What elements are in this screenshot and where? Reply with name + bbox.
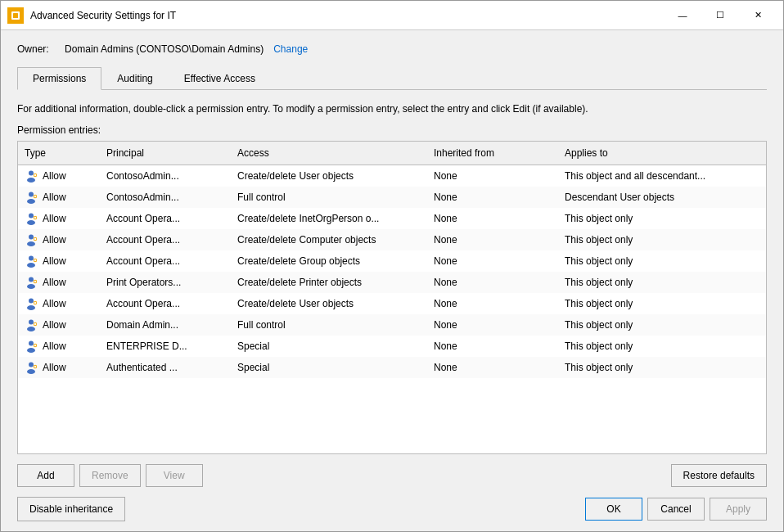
- table-row[interactable]: Allow ContosoAdmin... Full control None …: [18, 187, 766, 208]
- cell-applies: Descendant User objects: [558, 189, 766, 205]
- owner-change-link[interactable]: Change: [273, 43, 308, 55]
- add-button[interactable]: Add: [17, 464, 74, 487]
- minimize-button[interactable]: —: [664, 3, 701, 28]
- svg-point-16: [27, 241, 35, 246]
- owner-row: Owner: Domain Admins (CONTOSO\Domain Adm…: [17, 43, 767, 55]
- user-icon: [25, 339, 39, 354]
- svg-point-22: [34, 259, 37, 262]
- tab-effective-access[interactable]: Effective Access: [169, 67, 271, 90]
- table-row[interactable]: Allow Print Operators... Create/delete P…: [18, 272, 766, 293]
- user-icon: [25, 232, 39, 247]
- svg-point-26: [34, 281, 37, 283]
- maximize-button[interactable]: ☐: [701, 3, 739, 28]
- permission-entries-label: Permission entries:: [17, 124, 767, 136]
- window-controls: — ☐ ✕: [664, 3, 777, 28]
- cell-principal: ENTERPRISE D...: [100, 338, 231, 354]
- svg-point-28: [27, 305, 35, 310]
- cell-type: Allow: [18, 336, 100, 356]
- cell-type: Allow: [18, 230, 100, 250]
- svg-point-31: [29, 320, 34, 325]
- disable-inheritance-button[interactable]: Disable inheritance: [17, 497, 125, 521]
- cell-type: Allow: [18, 187, 100, 207]
- cell-access: Create/delete Printer objects: [231, 274, 427, 291]
- cell-applies: This object only: [558, 338, 766, 354]
- svg-point-18: [34, 238, 37, 241]
- table-row[interactable]: Allow Account Opera... Create/delete Com…: [18, 229, 766, 250]
- svg-point-32: [27, 327, 35, 331]
- table-row[interactable]: Allow Account Opera... Create/delete Ine…: [18, 208, 766, 229]
- cell-access: Full control: [231, 317, 427, 333]
- tab-auditing[interactable]: Auditing: [101, 67, 168, 90]
- remove-button[interactable]: Remove: [79, 464, 141, 487]
- window-title: Advanced Security Settings for IT: [30, 10, 664, 21]
- svg-point-4: [27, 178, 35, 183]
- table-row[interactable]: Allow ENTERPRISE D... Special None This …: [18, 336, 766, 357]
- cell-inherited: None: [427, 232, 558, 248]
- user-icon: [25, 254, 39, 268]
- tabs-container: Permissions Auditing Effective Access: [17, 66, 767, 90]
- svg-point-34: [34, 323, 37, 326]
- cell-access: Special: [231, 338, 427, 354]
- user-icon: [25, 275, 39, 290]
- cell-applies: This object only: [558, 274, 766, 291]
- col-header-access: Access: [231, 145, 427, 161]
- description-text: For additional information, double-click…: [17, 101, 767, 116]
- cell-inherited: None: [427, 338, 558, 354]
- main-window: Advanced Security Settings for IT — ☐ ✕ …: [0, 0, 784, 532]
- cell-applies: This object only: [558, 359, 766, 376]
- restore-defaults-button[interactable]: Restore defaults: [671, 464, 767, 487]
- table-header: Type Principal Access Inherited from App…: [18, 142, 766, 165]
- permission-table: Type Principal Access Inherited from App…: [17, 141, 767, 454]
- table-body[interactable]: Allow ContosoAdmin... Create/delete User…: [18, 165, 766, 453]
- svg-point-24: [27, 284, 35, 289]
- col-header-type: Type: [18, 145, 100, 161]
- cell-access: Create/delete User objects: [231, 295, 427, 312]
- owner-value: Domain Admins (CONTOSO\Domain Admins): [65, 43, 264, 55]
- cell-inherited: None: [427, 253, 558, 269]
- table-row[interactable]: Allow Authenticated ... Special None Thi…: [18, 357, 766, 378]
- user-icon: [25, 318, 39, 332]
- cell-access: Create/delete Computer objects: [231, 232, 427, 248]
- svg-point-23: [29, 277, 34, 282]
- tab-permissions[interactable]: Permissions: [17, 67, 101, 90]
- svg-point-27: [29, 299, 34, 304]
- cell-type: Allow: [18, 166, 100, 186]
- cell-principal: ContosoAdmin...: [100, 168, 231, 184]
- svg-point-11: [29, 214, 34, 219]
- cell-inherited: None: [427, 317, 558, 333]
- svg-point-19: [29, 256, 34, 261]
- svg-point-35: [29, 341, 34, 346]
- user-icon: [25, 296, 39, 311]
- cell-type: Allow: [18, 315, 100, 335]
- footer-row: Disable inheritance OK Cancel Apply: [17, 494, 767, 521]
- cell-principal: Authenticated ...: [100, 359, 231, 376]
- owner-label: Owner:: [17, 43, 58, 55]
- cell-type: Allow: [18, 209, 100, 228]
- svg-point-38: [34, 345, 37, 347]
- apply-button[interactable]: Apply: [710, 498, 767, 521]
- cell-type: Allow: [18, 273, 100, 292]
- cell-access: Full control: [231, 189, 427, 205]
- table-row[interactable]: Allow ContosoAdmin... Create/delete User…: [18, 165, 766, 187]
- cell-applies: This object only: [558, 295, 766, 312]
- cell-applies: This object only: [558, 210, 766, 227]
- svg-point-15: [29, 235, 34, 240]
- cancel-button[interactable]: Cancel: [647, 498, 705, 521]
- user-icon: [25, 360, 39, 375]
- table-action-buttons: Add Remove View Restore defaults: [17, 461, 767, 487]
- table-row[interactable]: Allow Domain Admin... Full control None …: [18, 314, 766, 336]
- table-row[interactable]: Allow Account Opera... Create/delete Gro…: [18, 250, 766, 272]
- col-header-inherited: Inherited from: [427, 145, 558, 161]
- title-bar: Advanced Security Settings for IT — ☐ ✕: [1, 1, 783, 30]
- view-button[interactable]: View: [146, 464, 203, 487]
- ok-button[interactable]: OK: [585, 498, 642, 521]
- svg-point-40: [27, 369, 35, 374]
- cell-principal: Account Opera...: [100, 232, 231, 248]
- svg-point-10: [34, 196, 37, 198]
- cell-applies: This object only: [558, 232, 766, 248]
- user-icon: [25, 169, 39, 183]
- cell-access: Create/delete User objects: [231, 168, 427, 184]
- close-button[interactable]: ✕: [739, 3, 777, 28]
- svg-point-14: [34, 217, 37, 219]
- table-row[interactable]: Allow Account Opera... Create/delete Use…: [18, 293, 766, 314]
